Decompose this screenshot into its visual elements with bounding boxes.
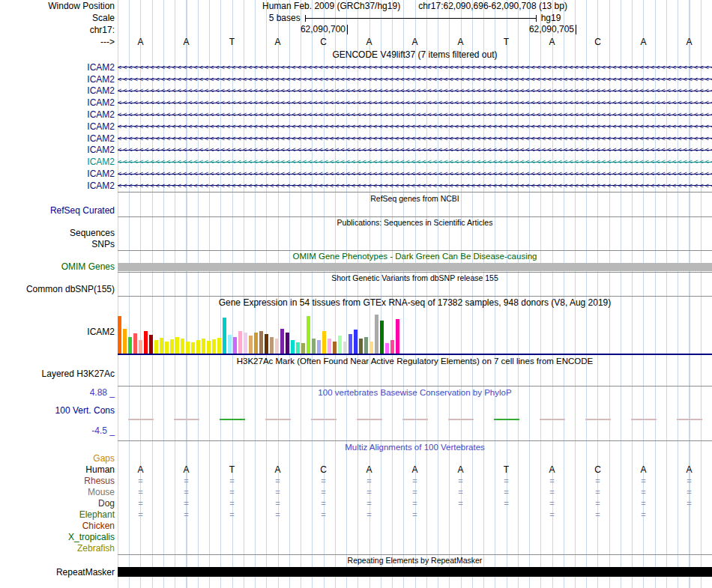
- gene-label[interactable]: ICAM2: [0, 145, 118, 157]
- gene-direction-arrows[interactable]: <<<<<<<<<<<<<<<<<<<<<<<<<<<<<<<<<<<<<<<<…: [118, 87, 712, 94]
- gene-label[interactable]: ICAM2: [0, 133, 118, 145]
- repeatmasker-label[interactable]: RepeatMasker: [0, 566, 118, 578]
- dbsnp-track[interactable]: [118, 283, 712, 296]
- gene-track[interactable]: <<<<<<<<<<<<<<<<<<<<<<<<<<<<<<<<<<<<<<<<…: [118, 85, 712, 97]
- gene-track[interactable]: <<<<<<<<<<<<<<<<<<<<<<<<<<<<<<<<<<<<<<<<…: [118, 121, 712, 133]
- species-label[interactable]: Human: [0, 464, 118, 476]
- gene-direction-arrows[interactable]: <<<<<<<<<<<<<<<<<<<<<<<<<<<<<<<<<<<<<<<<…: [118, 182, 712, 190]
- gtex-expression-bar[interactable]: [154, 340, 158, 354]
- publications-track-title[interactable]: Publications: Sequences in Scientific Ar…: [118, 216, 712, 228]
- gtex-expression-bar[interactable]: [396, 319, 399, 354]
- gtex-expression-bar[interactable]: [191, 342, 195, 354]
- phylop-signal-track[interactable]: [118, 399, 712, 422]
- gtex-expression-bar[interactable]: [390, 340, 394, 354]
- gtex-expression-bar[interactable]: [296, 342, 300, 354]
- refseq-curated-label[interactable]: RefSeq Curated: [0, 204, 118, 216]
- species-label[interactable]: Rhesus: [0, 476, 118, 487]
- refseq-track-title[interactable]: RefSeq genes from NCBI: [118, 192, 712, 204]
- omim-gene-bar[interactable]: [118, 263, 712, 271]
- species-alignment-track[interactable]: [118, 532, 712, 543]
- gtex-expression-bar[interactable]: [223, 318, 226, 354]
- species-alignment-track[interactable]: =============: [118, 498, 712, 509]
- species-alignment-track[interactable]: =============: [118, 476, 712, 487]
- gtex-expression-bar[interactable]: [375, 315, 378, 354]
- gtex-expression-bar[interactable]: [354, 330, 357, 354]
- gtex-expression-bar[interactable]: [181, 339, 184, 354]
- species-label[interactable]: Elephant: [0, 509, 118, 521]
- repeatmasker-track[interactable]: [118, 566, 712, 578]
- gtex-expression-bar[interactable]: [165, 342, 169, 354]
- gene-label[interactable]: ICAM2: [0, 121, 118, 133]
- gene-label[interactable]: ICAM2: [0, 180, 118, 192]
- gtex-expression-bar[interactable]: [186, 342, 190, 354]
- gtex-expression-bar[interactable]: [322, 331, 326, 354]
- gtex-expression-bar[interactable]: [233, 337, 237, 354]
- gtex-expression-bar[interactable]: [369, 342, 373, 354]
- species-label[interactable]: Mouse: [0, 487, 118, 498]
- gene-track[interactable]: <<<<<<<<<<<<<<<<<<<<<<<<<<<<<<<<<<<<<<<<…: [118, 109, 712, 121]
- gtex-expression-bar[interactable]: [275, 339, 279, 354]
- base-ruler[interactable]: AATACAAATACAA: [118, 36, 712, 48]
- gtex-expression-bar[interactable]: [265, 334, 268, 354]
- gtex-expression-bar[interactable]: [128, 337, 132, 354]
- gene-direction-arrows[interactable]: <<<<<<<<<<<<<<<<<<<<<<<<<<<<<<<<<<<<<<<<…: [118, 111, 712, 118]
- omim-genes-label[interactable]: OMIM Genes: [0, 262, 118, 272]
- gene-direction-arrows[interactable]: <<<<<<<<<<<<<<<<<<<<<<<<<<<<<<<<<<<<<<<<…: [118, 64, 712, 71]
- gtex-expression-bar[interactable]: [270, 337, 274, 354]
- gene-label[interactable]: ICAM2: [0, 156, 118, 168]
- omim-track-title[interactable]: OMIM Gene Phenotypes - Dark Green Can Be…: [118, 250, 712, 262]
- species-alignment-track[interactable]: ==========: [118, 509, 712, 521]
- species-label[interactable]: Chicken: [0, 521, 118, 532]
- gtex-expression-bar[interactable]: [333, 342, 337, 354]
- gtex-expression-bar[interactable]: [144, 331, 148, 354]
- species-alignment-track[interactable]: [118, 543, 712, 554]
- gene-track[interactable]: <<<<<<<<<<<<<<<<<<<<<<<<<<<<<<<<<<<<<<<<…: [118, 133, 712, 145]
- gtex-expression-bar[interactable]: [139, 340, 142, 354]
- publications-sequences-label[interactable]: Sequences: [0, 228, 118, 239]
- gtex-expression-bar[interactable]: [291, 340, 295, 354]
- dbsnp-track-title[interactable]: Short Genetic Variants from dbSNP releas…: [118, 272, 712, 283]
- species-alignment-track[interactable]: AATACAAATACAA: [118, 464, 712, 476]
- gtex-expression-bar[interactable]: [380, 321, 384, 354]
- gene-direction-arrows[interactable]: <<<<<<<<<<<<<<<<<<<<<<<<<<<<<<<<<<<<<<<<…: [118, 158, 712, 166]
- gene-label[interactable]: ICAM2: [0, 85, 118, 97]
- publications-snps-track[interactable]: [118, 239, 712, 250]
- gtex-expression-bar[interactable]: [259, 331, 263, 354]
- gtex-expression-bar[interactable]: [338, 336, 342, 354]
- gtex-expression-bar[interactable]: [196, 340, 200, 354]
- publications-snps-label[interactable]: SNPs: [0, 239, 118, 250]
- species-label[interactable]: Dog: [0, 498, 118, 509]
- gtex-gene-label[interactable]: ICAM2: [0, 309, 118, 355]
- gtex-expression-bar[interactable]: [364, 337, 368, 354]
- gene-label[interactable]: ICAM2: [0, 73, 118, 85]
- gtex-expression-bar[interactable]: [349, 334, 352, 354]
- gtex-expression-bar[interactable]: [280, 329, 284, 354]
- refseq-curated-track[interactable]: [118, 204, 712, 216]
- gene-track[interactable]: <<<<<<<<<<<<<<<<<<<<<<<<<<<<<<<<<<<<<<<<…: [118, 156, 712, 168]
- gtex-expression-bar[interactable]: [175, 337, 179, 354]
- gene-direction-arrows[interactable]: <<<<<<<<<<<<<<<<<<<<<<<<<<<<<<<<<<<<<<<<…: [118, 135, 712, 142]
- gtex-expression-bar[interactable]: [207, 341, 211, 354]
- gtex-expression-bar[interactable]: [343, 342, 347, 354]
- gtex-expression-bar[interactable]: [238, 331, 242, 354]
- gtex-expression-bar[interactable]: [244, 333, 247, 354]
- coordinate-ruler[interactable]: 62,090,700 62,090,705: [118, 24, 712, 36]
- species-alignment-track[interactable]: =============: [118, 487, 712, 498]
- gtex-expression-bar[interactable]: [317, 340, 321, 354]
- gtex-expression-bar[interactable]: [228, 335, 232, 354]
- gene-label[interactable]: ICAM2: [0, 97, 118, 109]
- gtex-expression-bar[interactable]: [307, 316, 310, 354]
- species-label[interactable]: X_tropicalis: [0, 532, 118, 543]
- gtex-expression-bar[interactable]: [359, 339, 363, 354]
- omim-genes-track[interactable]: [118, 262, 712, 272]
- gtex-expression-bar[interactable]: [123, 329, 127, 354]
- gene-track[interactable]: <<<<<<<<<<<<<<<<<<<<<<<<<<<<<<<<<<<<<<<<…: [118, 180, 712, 192]
- gene-track[interactable]: <<<<<<<<<<<<<<<<<<<<<<<<<<<<<<<<<<<<<<<<…: [118, 61, 712, 73]
- phylop-track-title[interactable]: 100 vertebrates Basewise Conservation by…: [118, 387, 712, 399]
- gene-track[interactable]: <<<<<<<<<<<<<<<<<<<<<<<<<<<<<<<<<<<<<<<<…: [118, 73, 712, 85]
- h3k27ac-track[interactable]: [118, 367, 712, 387]
- gtex-expression-bar[interactable]: [217, 338, 221, 354]
- gtex-expression-bar[interactable]: [202, 339, 205, 354]
- gencode-track-title[interactable]: GENCODE V49lift37 (7 items filtered out): [118, 48, 712, 61]
- gtex-expression-bar[interactable]: [149, 335, 153, 354]
